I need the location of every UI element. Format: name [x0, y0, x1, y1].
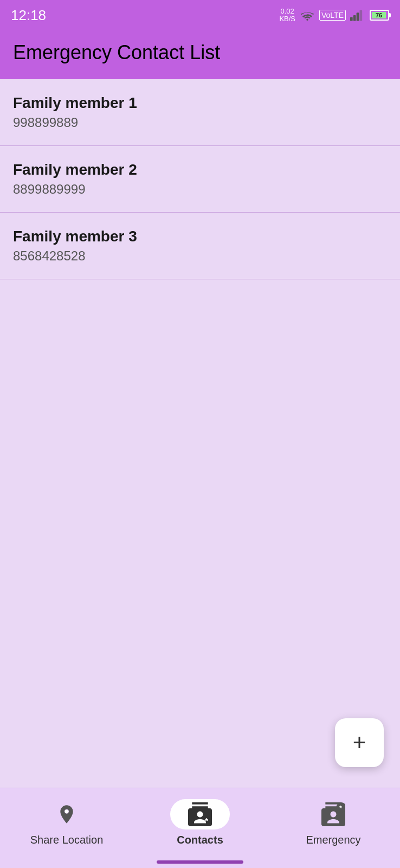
svg-rect-2 — [357, 12, 359, 21]
emergency-icon-wrap: * — [312, 799, 355, 829]
share-location-label: Share Location — [30, 834, 104, 846]
share-location-icon — [56, 803, 78, 825]
network-info: 0.02 KB/S — [279, 8, 295, 23]
add-icon: + — [353, 731, 366, 754]
contact-item[interactable]: Family member 2 8899889999 — [0, 146, 400, 213]
contact-phone-1: 998899889 — [13, 115, 387, 130]
status-bar: 12:18 0.02 KB/S VoLTE 76 — [0, 0, 400, 30]
status-icons: 0.02 KB/S VoLTE 76 — [279, 8, 389, 23]
nav-item-emergency[interactable]: * Emergency — [267, 799, 400, 846]
add-contact-button[interactable]: + — [335, 718, 384, 767]
svg-rect-1 — [353, 15, 356, 21]
svg-point-4 — [65, 810, 69, 814]
wifi-icon — [300, 9, 315, 21]
volte-icon: VoLTE — [319, 10, 346, 21]
bottom-indicator — [157, 860, 243, 864]
contact-item[interactable]: Family member 3 8568428528 — [0, 213, 400, 279]
svg-text:*: * — [205, 816, 208, 825]
contact-name-3: Family member 3 — [13, 228, 387, 245]
contact-item[interactable]: Family member 1 998899889 — [0, 79, 400, 146]
contact-name-1: Family member 1 — [13, 94, 387, 112]
nav-item-contacts[interactable]: * Contacts — [133, 799, 267, 846]
emergency-icon: * — [321, 802, 345, 826]
battery-icon: 76 — [370, 10, 389, 21]
contacts-label: Contacts — [177, 834, 223, 846]
contact-name-2: Family member 2 — [13, 161, 387, 178]
signal-icon — [350, 9, 365, 21]
emergency-label: Emergency — [306, 834, 360, 846]
nav-item-share-location[interactable]: Share Location — [0, 799, 133, 846]
svg-rect-0 — [350, 17, 353, 21]
main-content: Family member 1 998899889 Family member … — [0, 79, 400, 789]
contact-phone-2: 8899889999 — [13, 182, 387, 197]
contact-list: Family member 1 998899889 Family member … — [0, 79, 400, 279]
svg-rect-3 — [360, 10, 363, 21]
contacts-icon: * — [188, 802, 212, 826]
svg-text:*: * — [339, 804, 342, 812]
status-time: 12:18 — [11, 7, 46, 24]
battery-level: 76 — [372, 12, 386, 18]
contact-phone-3: 8568428528 — [13, 248, 387, 264]
contacts-icon-wrap: * — [170, 799, 230, 829]
bottom-navigation: Share Location * Contacts * Emergency — [0, 788, 400, 868]
page-title: Emergency Contact List — [13, 41, 387, 64]
header: Emergency Contact List — [0, 30, 400, 79]
share-location-icon-wrap — [45, 799, 88, 829]
